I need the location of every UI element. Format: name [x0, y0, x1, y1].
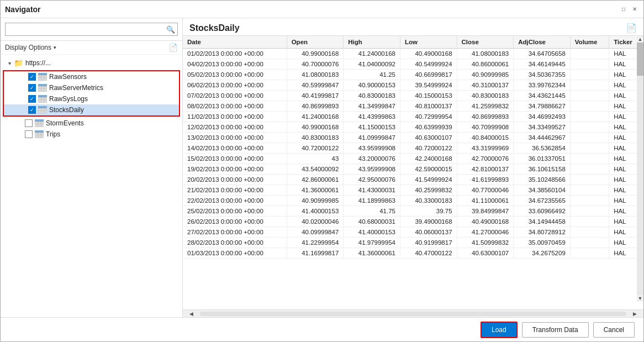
display-options-button[interactable]: Display Options ▾	[5, 44, 56, 51]
scroll-right-button[interactable]: ▶	[633, 311, 637, 317]
checkbox-stocksdaily[interactable]: ✓	[28, 106, 36, 114]
table-cell: 39.75	[400, 206, 457, 217]
table-cell: 35.00970459	[514, 238, 571, 248]
table-cell: 41.04000092	[344, 59, 400, 70]
table-cell: 04/02/2013 0:00:00 +00:00	[183, 59, 287, 70]
table-cell: 33.99762344	[514, 80, 571, 91]
table-cell: 40.54999924	[400, 59, 457, 70]
table-cell: 40.77000046	[457, 185, 514, 196]
svg-rect-35	[35, 130, 44, 133]
table-row: 06/02/2013 0:00:00 +00:0040.5999984740.9…	[183, 80, 643, 91]
table-row: 13/02/2013 0:00:00 +00:0040.8300018341.0…	[183, 133, 643, 143]
table-cell: 43	[287, 154, 344, 164]
col-low: Low	[400, 36, 457, 49]
table-cell: 40.91999817	[400, 238, 457, 248]
col-date: Date	[183, 36, 287, 49]
table-cell: 40.47000122	[400, 248, 457, 259]
table-cell: 36.01337051	[514, 154, 571, 164]
table-cell	[570, 185, 609, 196]
table-cell	[570, 80, 609, 91]
table-cell	[570, 70, 609, 80]
table-cell	[570, 217, 609, 227]
tree-root-item[interactable]: ▾ 📁 https://...	[1, 57, 182, 69]
checkbox-rawservermetrics[interactable]: ✓	[28, 84, 36, 92]
table-cell: 42.70000076	[457, 154, 514, 164]
restore-button[interactable]: □	[619, 5, 628, 14]
vertical-scrollbar-track[interactable]	[637, 43, 643, 295]
tree-item-trips[interactable]: Trips	[1, 129, 182, 140]
table-cell: 41.25	[344, 70, 400, 80]
search-bar: 🔍	[1, 18, 182, 41]
horizontal-scrollbar-track[interactable]	[200, 312, 626, 316]
table-cell	[570, 248, 609, 259]
data-table-wrap[interactable]: Date Open High Low Close AdjClose Volume…	[183, 36, 643, 309]
col-high: High	[344, 36, 400, 49]
table-cell: 36.5362854	[514, 143, 571, 154]
table-cell: 07/02/2013 0:00:00 +00:00	[183, 91, 287, 101]
checkbox-stormevents[interactable]	[25, 119, 33, 127]
table-row: 21/02/2013 0:00:00 +00:0041.3600006141.4…	[183, 185, 643, 196]
search-input-wrap: 🔍	[5, 23, 178, 36]
checkbox-trips[interactable]	[25, 130, 33, 138]
checkbox-rawsyslogs[interactable]: ✓	[28, 95, 36, 103]
search-input[interactable]	[6, 23, 177, 35]
table-cell: 39.84999847	[457, 206, 514, 217]
close-button[interactable]: ✕	[630, 5, 639, 14]
vertical-scrollbar-thumb[interactable]	[637, 43, 643, 76]
tree-item-rawservermetrics[interactable]: ✓ RawServerMetrics	[4, 82, 179, 93]
nav-action-icon-btn[interactable]: 📄	[168, 43, 178, 52]
table-cell: 41.18999863	[344, 196, 400, 206]
table-cell: 41.22999954	[287, 238, 344, 248]
table-cell	[570, 59, 609, 70]
tree-item-rawsyslogs[interactable]: ✓ RawSysLogs	[4, 93, 179, 104]
tree-item-rawsensors[interactable]: ✓ RawSensors	[4, 71, 179, 82]
table-cell: 40.90999985	[457, 70, 514, 80]
table-cell: 41.08000183	[457, 49, 514, 59]
table-cell: 40.49000168	[457, 217, 514, 227]
table-cell: 43.54000092	[287, 164, 344, 175]
table-cell: 40.70999908	[457, 122, 514, 133]
table-cell: 41.15000153	[344, 122, 400, 133]
preview-header: StocksDaily 📄	[183, 18, 643, 36]
table-cell: 40.59999847	[287, 80, 344, 91]
search-icon-btn[interactable]: 🔍	[166, 25, 175, 34]
tree-item-stocksdaily[interactable]: ✓ StocksDaily	[4, 104, 179, 115]
preview-action-icon-btn[interactable]: 📄	[626, 23, 637, 33]
table-cell: 40.06000137	[400, 227, 457, 238]
table-row: 19/02/2013 0:00:00 +00:0043.5400009243.9…	[183, 164, 643, 175]
table-cell: 40.25999832	[400, 185, 457, 196]
table-cell: 39.54999924	[400, 80, 457, 91]
display-options-row: Display Options ▾ 📄	[1, 41, 182, 55]
title-bar: Navigator □ ✕	[1, 1, 643, 18]
scroll-up-button[interactable]: ▲	[637, 36, 643, 43]
table-cell: 40.86999893	[457, 112, 514, 122]
cancel-button[interactable]: Cancel	[593, 322, 635, 338]
scroll-left-button[interactable]: ◀	[189, 311, 193, 317]
table-cell: 05/02/2013 0:00:00 +00:00	[183, 70, 287, 80]
checkbox-rawsensors[interactable]: ✓	[28, 73, 36, 81]
table-header: Date Open High Low Close AdjClose Volume…	[183, 36, 643, 49]
tree-item-stormevents-label: StormEvents	[46, 119, 84, 127]
table-cell: 34.64705658	[514, 49, 571, 59]
table-cell	[570, 101, 609, 112]
table-cell: 41.27000046	[457, 227, 514, 238]
scroll-down-button[interactable]: ▼	[637, 295, 643, 302]
table-cell: 27/02/2013 0:00:00 +00:00	[183, 227, 287, 238]
navigator-window: Navigator □ ✕ 🔍 Display Options ▾ 📄	[0, 0, 644, 342]
table-cell: 40.83000183	[457, 91, 514, 101]
table-icon	[38, 73, 47, 81]
tree-item-stormevents[interactable]: StormEvents	[1, 118, 182, 129]
svg-rect-29	[35, 119, 44, 122]
svg-rect-5	[38, 73, 47, 75]
tree-item-stocksdaily-label: StocksDaily	[49, 106, 84, 114]
table-cell: 42.81000137	[457, 164, 514, 175]
transform-data-button[interactable]: Transform Data	[522, 322, 589, 338]
table-cell: 41.24000168	[287, 112, 344, 122]
table-cell: 40.72000122	[400, 143, 457, 154]
table-cell	[570, 122, 609, 133]
table-cell: 41.54999924	[400, 175, 457, 185]
load-button[interactable]: Load	[481, 322, 518, 338]
table-cell	[570, 133, 609, 143]
table-cell: 41.16999817	[287, 248, 344, 259]
table-cell: 41.34999847	[344, 101, 400, 112]
